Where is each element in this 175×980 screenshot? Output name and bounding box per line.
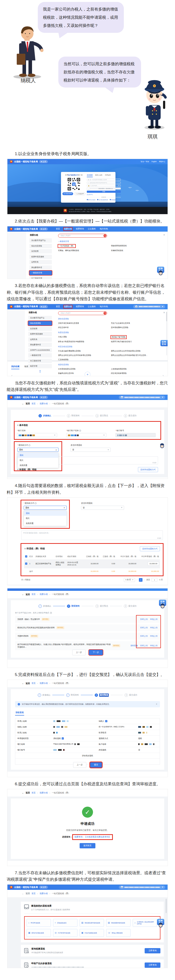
breadcrumb[interactable]: 首页 — [32, 402, 36, 405]
back-label[interactable]: 返回 — [25, 402, 30, 405]
menu-link[interactable]: 新建商品房信息采集 — [58, 372, 109, 375]
select-all-checkbox[interactable]: ✓ — [25, 555, 27, 557]
menu-link[interactable]: 财务会计制度及核算软件备案报告 — [58, 340, 109, 343]
menu-search-input[interactable]: 请输入关键字 — [58, 311, 107, 315]
scene-button[interactable]: ⌂即征即退退税 — [27, 919, 51, 927]
scan-upload-link[interactable]: 扫码上传 — [140, 644, 148, 647]
page-size-select[interactable]: 5 条/页 — [124, 578, 135, 582]
scrollbar[interactable] — [166, 312, 167, 355]
menu-link[interactable]: 居民企业特定业务企业所得税事项信息报告 — [58, 354, 109, 356]
query-now-button[interactable]: 立即查询 — [145, 963, 161, 968]
back-home-button[interactable]: 返回首页 — [80, 843, 95, 848]
tab-my-favorites[interactable]: 我的收藏 — [11, 365, 19, 369]
sidebar-item[interactable]: 税费申报及缴纳 — [29, 255, 52, 259]
forgot-username-link[interactable]: 忘记用户名 — [87, 194, 93, 195]
view-material-link[interactable]: 资料查看 — [130, 644, 138, 647]
close-icon[interactable]: ✕ — [163, 234, 165, 236]
prev-step-button[interactable]: 上一步 — [73, 762, 87, 768]
menu-link[interactable]: 无证户企业身份信息采集 — [111, 322, 162, 325]
menu-link-one-stop-refund[interactable]: 一站式退抵税（费） — [58, 245, 75, 247]
nav-public[interactable]: 公众服务 — [88, 305, 96, 308]
menu-link[interactable]: 文化事业建设费缴费信息报告 — [58, 350, 109, 352]
sidebar-item[interactable]: 综合信息报告 — [29, 244, 52, 248]
forgot-password-link[interactable]: 忘记密码 — [116, 194, 121, 195]
scan-upload-link[interactable]: 扫码上传 — [140, 635, 148, 637]
menu-link[interactable]: 欠税人报告 — [58, 336, 109, 339]
close-icon[interactable]: ✕ — [163, 311, 165, 314]
option-refund[interactable]: 退税 — [18, 453, 58, 458]
menu-link[interactable]: 水资源税税源信息报告 — [58, 368, 109, 370]
sidebar-item[interactable]: 一般退税管理 — [28, 353, 52, 358]
scan-upload-link[interactable]: 扫码上传 — [140, 626, 148, 629]
multi-login-link[interactable]: “多合一”登录 — [140, 161, 149, 163]
nav-local[interactable]: 地方特色 — [100, 228, 108, 231]
tab-enterprise[interactable]: 企业业务 — [87, 174, 93, 177]
password-input[interactable]: 🔒 个人用户密码 — [87, 185, 121, 186]
nav-query[interactable]: 税费查询 — [76, 228, 84, 231]
captcha-slider[interactable]: »请按住滑块，拖动到最右边 — [87, 188, 121, 189]
menu-search-input[interactable]: 请输入关键字 — [58, 234, 107, 238]
scene-button[interactable]: ☏耕地占用税退税 — [106, 929, 131, 937]
tab-individual[interactable]: 自然人业务 — [95, 174, 102, 177]
local-upload-link[interactable]: 本地上传 — [150, 618, 158, 620]
scene-button[interactable]: ▤增值税制度性留抵退税 — [80, 919, 104, 927]
refund-type-checkbox[interactable]: ✓ — [61, 737, 64, 740]
option-offset-then-refund[interactable]: 先抵后退 — [18, 463, 58, 468]
taxpayer-checkbox[interactable]: ✓ — [105, 720, 107, 722]
scene-button[interactable]: ○其他减免退库 — [53, 919, 77, 927]
sidebar-scroll-more[interactable]: ▲▼ — [28, 369, 52, 373]
nav-public[interactable]: 公众服务 — [88, 228, 96, 231]
sidebar-item[interactable]: 发票使用 — [28, 326, 52, 331]
scene-button[interactable]: ⌂安置残疾人就业增值税即征即退 — [133, 919, 157, 927]
refund-mode-select[interactable]: 退税 — [24, 506, 67, 510]
local-upload-link[interactable]: 本地上传 — [150, 635, 158, 637]
refund-mode-select[interactable]: 退税 — [17, 448, 58, 452]
user-pill[interactable] — [119, 886, 165, 889]
option-refund[interactable]: 退税 — [24, 511, 66, 516]
menu-link[interactable]: 税库双方电子缴款协议签订 — [111, 340, 162, 343]
bank-name-select[interactable] — [17, 433, 57, 437]
interaction-widget[interactable]: 征纳互动 — [157, 919, 164, 928]
sidebar-item-info-report[interactable]: 综合信息报告 — [28, 321, 52, 325]
sidebar-item[interactable]: 其他事项申请 — [29, 266, 52, 270]
applied-amount-input[interactable]: 10,000.00 — [148, 562, 159, 566]
sidebar-item[interactable]: 乐企数字开放平台 — [29, 239, 52, 243]
interaction-widget[interactable] — [159, 446, 166, 448]
prev-step-button[interactable]: 上一步 — [72, 649, 85, 655]
scene-button[interactable]: ▣代扣代缴税款退税 — [80, 929, 104, 937]
interaction-widget[interactable]: 征纳互动 — [159, 600, 166, 608]
help-link[interactable]: 帮助中心 — [159, 161, 165, 163]
sidebar-item[interactable]: 出口退税管理 — [29, 276, 52, 279]
search-icon[interactable] — [104, 234, 106, 237]
back-button[interactable]: ← — [22, 892, 24, 895]
row-checkbox[interactable]: ✓ — [25, 563, 27, 565]
back-button[interactable]: ← — [22, 792, 24, 794]
menu-link[interactable]: 应申报税费种信息报告 — [111, 326, 162, 329]
search-icon[interactable] — [104, 312, 106, 315]
menu-link[interactable]: 石脑油、燃料油消费税退税 — [58, 250, 109, 252]
info-icon[interactable]: ? — [35, 502, 36, 504]
login-button[interactable]: 登录 — [87, 191, 121, 193]
id-input[interactable]: ▢居民身份证号码/手机号码/用户名 — [87, 182, 121, 184]
info-icon[interactable]: ? — [50, 612, 52, 614]
account-name-select[interactable] — [66, 433, 106, 437]
etax-app-button[interactable]: 电子税务局APP — [62, 192, 73, 195]
menu-link[interactable]: 涉税市场主体身份信息变更 — [58, 322, 109, 325]
region-badge[interactable]: 山东 — [39, 160, 48, 163]
back-button[interactable]: ← — [22, 402, 24, 405]
nav-banshui[interactable]: 我要办税 — [64, 228, 72, 231]
sidebar-item[interactable]: 证明开具 — [28, 337, 52, 342]
cert-login-link[interactable]: 数字证书登录 — [87, 199, 95, 200]
cross-border-select[interactable]: 否 — [71, 448, 111, 452]
sidebar-item-general-refund[interactable]: 一般退税管理 — [29, 271, 52, 275]
info-icon[interactable]: ? — [28, 444, 30, 446]
nav-home[interactable]: 首页 — [56, 305, 60, 308]
progress-query-link[interactable]: 我要查询 - 【办税进度及结果信息查询】 — [72, 834, 113, 840]
sidebar-item[interactable]: 发票使用 — [29, 249, 52, 253]
scan-upload-link[interactable]: 扫码上传 — [140, 618, 148, 620]
menu-link-deposit-account-report[interactable]: 存款账户账号报告 — [111, 336, 126, 339]
user-pill[interactable] — [119, 396, 165, 399]
iit-app-button[interactable]: 个人所得税APP — [74, 192, 85, 195]
sidebar-item[interactable]: 税费申报及缴纳 — [28, 332, 52, 336]
menu-link[interactable]: 车辆购置税退税 — [111, 250, 162, 252]
